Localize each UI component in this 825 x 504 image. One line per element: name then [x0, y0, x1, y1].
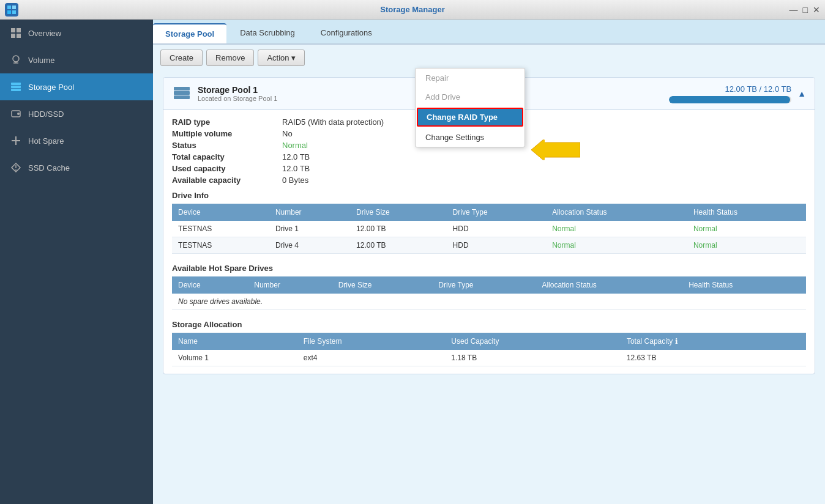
svg-rect-24 — [174, 91, 190, 95]
col-drive-size: Drive Size — [350, 204, 446, 221]
drive2-health: Normal — [687, 237, 806, 254]
hs-col-device: Device — [172, 276, 248, 294]
svg-rect-2 — [7, 10, 11, 14]
collapse-button[interactable]: ▲ — [797, 89, 806, 98]
sidebar-item-overview[interactable]: Overview — [0, 20, 153, 46]
window-controls: — □ ✕ — [790, 5, 820, 15]
col-allocation-status: Allocation Status — [546, 204, 687, 221]
toolbar: Create Remove Action ▾ Repair Add Drive … — [153, 45, 825, 71]
remove-button[interactable]: Remove — [206, 50, 254, 66]
hot-spare-title: Available Hot Spare Drives — [172, 264, 806, 273]
pool-details: RAID type RAID5 (With data protection) M… — [163, 110, 815, 374]
col-drive-type: Drive Type — [447, 204, 547, 221]
action-label: Action ▾ — [267, 53, 296, 62]
sidebar-item-volume[interactable]: Volume — [0, 46, 153, 73]
sidebar-label-hdd-ssd: HDD/SSD — [28, 109, 64, 119]
drive-info-header-row: Device Number Drive Size Drive Type Allo… — [172, 204, 806, 221]
total-capacity-label: Total capacity — [172, 152, 282, 161]
sa-total: 12.63 TB — [621, 350, 806, 366]
drive1-device: TESTNAS — [172, 221, 269, 237]
drive2-device: TESTNAS — [172, 237, 269, 254]
svg-point-15 — [17, 113, 20, 115]
total-capacity-value: 12.0 TB — [282, 152, 310, 161]
sidebar-label-storage-pool: Storage Pool — [28, 83, 74, 92]
drive1-number: Drive 1 — [269, 221, 350, 237]
app-container: Overview Volume Storage Pool HDD/SSD Hot… — [0, 20, 825, 504]
dropdown-item-add-drive[interactable]: Add Drive — [416, 87, 524, 106]
raid-type-label: RAID type — [172, 117, 282, 127]
sa-used: 1.18 TB — [445, 350, 621, 366]
storage-allocation-header-row: Name File System Used Capacity Total Cap… — [172, 333, 806, 350]
svg-rect-25 — [174, 95, 190, 99]
hdd-icon — [10, 108, 22, 120]
storage-allocation-row-1: Volume 1 ext4 1.18 TB 12.63 TB — [172, 350, 806, 366]
drive2-size: 12.00 TB — [350, 237, 446, 254]
sa-col-total: Total Capacity ℹ — [621, 333, 806, 350]
hs-col-health: Health Status — [682, 276, 806, 294]
hs-col-number: Number — [248, 276, 332, 294]
tab-data-scrubbing[interactable]: Data Scrubbing — [228, 23, 307, 43]
sa-col-used: Used Capacity — [445, 333, 621, 350]
available-capacity-value: 0 Bytes — [282, 176, 308, 185]
sidebar-item-hot-spare[interactable]: Hot Spare — [0, 127, 153, 154]
dropdown-item-change-raid-type[interactable]: Change RAID Type — [417, 108, 523, 127]
hot-spare-no-data-message: No spare drives available. — [172, 294, 806, 310]
title-bar: Storage Manager — □ ✕ — [0, 0, 825, 20]
minimize-icon[interactable]: — — [790, 5, 798, 15]
pool-capacity-bar: 12.00 TB / 12.0 TB — [669, 84, 791, 103]
drive-row-2: TESTNAS Drive 4 12.00 TB HDD Normal Norm… — [172, 237, 806, 254]
svg-rect-1 — [12, 6, 16, 9]
sa-col-filesystem: File System — [297, 333, 446, 350]
storage-allocation-table: Name File System Used Capacity Total Cap… — [172, 333, 806, 366]
hot-spare-icon — [10, 135, 22, 147]
restore-icon[interactable]: □ — [803, 5, 808, 15]
multiple-volume-value: No — [282, 129, 293, 138]
used-capacity-value: 12.0 TB — [282, 164, 310, 173]
grid-icon — [10, 27, 22, 39]
create-button[interactable]: Create — [160, 50, 203, 66]
sidebar-label-hot-spare: Hot Spare — [28, 136, 64, 146]
drive1-size: 12.00 TB — [350, 221, 446, 237]
pool-card-icon — [172, 84, 192, 103]
hs-col-size: Drive Size — [332, 276, 433, 294]
detail-row-available-capacity: Available capacity 0 Bytes — [172, 176, 806, 185]
hot-spare-table: Device Number Drive Size Drive Type Allo… — [172, 276, 806, 310]
svg-rect-12 — [11, 86, 21, 88]
dropdown-item-repair[interactable]: Repair — [416, 69, 524, 87]
dropdown-item-change-settings[interactable]: Change Settings — [416, 128, 524, 147]
drive1-allocation: Normal — [546, 221, 687, 237]
close-icon[interactable]: ✕ — [813, 5, 820, 15]
hot-spare-no-data-row: No spare drives available. — [172, 294, 806, 310]
sa-col-name: Name — [172, 333, 297, 350]
capacity-bar-bg — [669, 96, 791, 103]
hot-spare-header-row: Device Number Drive Size Drive Type Allo… — [172, 276, 806, 294]
drive1-type: HDD — [447, 221, 547, 237]
detail-row-used-capacity: Used capacity 12.0 TB — [172, 164, 806, 173]
drive2-allocation: Normal — [546, 237, 687, 254]
col-health-status: Health Status — [687, 204, 806, 221]
sidebar-item-ssd-cache[interactable]: SSD Cache — [0, 154, 153, 181]
svg-rect-13 — [11, 89, 21, 91]
available-capacity-label: Available capacity — [172, 176, 282, 185]
svg-rect-23 — [174, 87, 190, 91]
status-value: Normal — [282, 141, 308, 150]
capacity-bar-fill — [669, 96, 790, 103]
storage-pool-icon — [10, 81, 22, 93]
drive2-type: HDD — [447, 237, 547, 254]
svg-rect-11 — [11, 83, 21, 85]
sidebar-item-storage-pool[interactable]: Storage Pool — [0, 73, 153, 100]
storage-allocation-title: Storage Allocation — [172, 320, 806, 329]
app-icon — [5, 3, 18, 17]
tab-configurations[interactable]: Configurations — [308, 23, 384, 43]
sa-filesystem: ext4 — [297, 350, 446, 366]
multiple-volume-label: Multiple volume — [172, 129, 282, 138]
tab-bar: Storage Pool Data Scrubbing Configuratio… — [153, 20, 825, 45]
sidebar-item-hdd-ssd[interactable]: HDD/SSD — [0, 100, 153, 127]
svg-point-20 — [15, 169, 17, 171]
ssd-cache-icon — [10, 161, 22, 174]
action-dropdown-button[interactable]: Action ▾ — [258, 50, 305, 66]
drive-row-1: TESTNAS Drive 1 12.00 TB HDD Normal Norm… — [172, 221, 806, 237]
sidebar-label-volume: Volume — [28, 56, 54, 65]
tab-storage-pool[interactable]: Storage Pool — [153, 23, 226, 43]
sidebar-label-overview: Overview — [28, 29, 61, 38]
